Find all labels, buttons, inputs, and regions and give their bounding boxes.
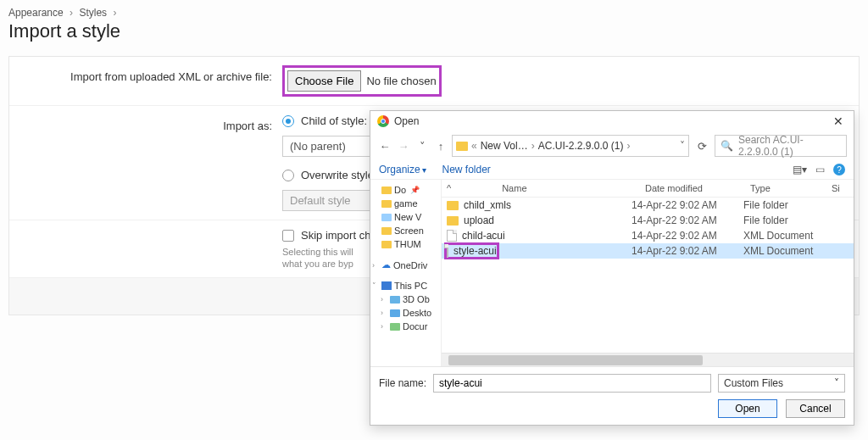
file-type-select[interactable]: Custom Files˅ bbox=[718, 374, 845, 393]
overwrite-style-select: Default style bbox=[282, 190, 384, 211]
file-item[interactable]: upload14-Apr-22 9:02 AMFile folder bbox=[442, 213, 854, 228]
file-name: child_xmls bbox=[464, 199, 511, 211]
chevron-down-icon[interactable]: ˅ bbox=[680, 140, 685, 152]
nav-back-icon[interactable]: ← bbox=[377, 140, 392, 153]
tree-node[interactable]: 3D Ob bbox=[403, 294, 430, 304]
file-name: style-acui bbox=[453, 245, 497, 257]
option-child-label: Child of style: bbox=[301, 114, 367, 127]
file-open-dialog: Open ✕ ← → ˅ ↑ « New Vol… › AC.UI-2.2.9.… bbox=[370, 110, 854, 426]
tree-node[interactable]: game bbox=[394, 198, 418, 209]
col-type[interactable]: Type bbox=[750, 183, 832, 193]
col-size[interactable]: Si bbox=[832, 183, 849, 193]
path-seg-1[interactable]: New Vol… bbox=[481, 140, 528, 152]
file-type: File folder bbox=[743, 214, 825, 226]
upload-label: Import from uploaded XML or archive file… bbox=[19, 65, 282, 83]
tree-node[interactable]: OneDriv bbox=[393, 260, 427, 270]
tree-node[interactable]: New V bbox=[394, 212, 421, 222]
tree-node[interactable]: Do bbox=[394, 185, 406, 195]
chevron-right-icon: › bbox=[70, 7, 73, 19]
col-date[interactable]: Date modified bbox=[645, 183, 750, 193]
search-icon: 🔍 bbox=[721, 140, 733, 152]
search-placeholder: Search AC.UI-2.2.9.0.0 (1) bbox=[738, 134, 841, 158]
tree-node[interactable]: Docur bbox=[403, 321, 427, 331]
column-headers[interactable]: ^Name Date modified Type Si bbox=[442, 180, 854, 198]
breadcrumb: Appearance › Styles › bbox=[8, 7, 860, 19]
filename-input[interactable] bbox=[433, 374, 711, 393]
import-as-label: Import as: bbox=[19, 114, 282, 132]
file-item[interactable]: child_xmls14-Apr-22 9:02 AMFile folder bbox=[442, 198, 854, 213]
folder-icon bbox=[456, 142, 468, 151]
refresh-icon[interactable]: ⟳ bbox=[693, 140, 711, 153]
radio-icon bbox=[282, 115, 294, 127]
file-type: XML Document bbox=[743, 230, 825, 242]
checkbox-icon bbox=[282, 230, 294, 242]
page-title: Import a style bbox=[8, 20, 860, 42]
file-name: upload bbox=[464, 214, 494, 226]
pc-icon bbox=[381, 281, 392, 290]
file-name: child-acui bbox=[462, 230, 505, 242]
file-date: 14-Apr-22 9:02 AM bbox=[632, 245, 737, 257]
file-item[interactable]: child-acui14-Apr-22 9:02 AMXML Document bbox=[442, 228, 854, 243]
close-button[interactable]: ✕ bbox=[830, 114, 847, 128]
nav-up-icon[interactable]: ↑ bbox=[433, 140, 448, 153]
tree-node[interactable]: Deskto bbox=[403, 308, 431, 318]
col-name[interactable]: ^Name bbox=[447, 183, 645, 193]
folder-icon bbox=[447, 216, 459, 226]
folder-icon bbox=[447, 201, 459, 210]
file-date: 14-Apr-22 9:02 AM bbox=[632, 230, 737, 242]
preview-pane-icon[interactable]: ▭ bbox=[815, 164, 825, 175]
nav-forward-icon: → bbox=[396, 140, 411, 153]
horizontal-scrollbar[interactable] bbox=[442, 353, 854, 366]
view-options-icon[interactable]: ▤▾ bbox=[793, 164, 807, 175]
file-date: 14-Apr-22 9:02 AM bbox=[632, 214, 737, 226]
folder-tree[interactable]: Do📌 game New V Screen THUM ›☁OneDriv ˅Th… bbox=[370, 180, 442, 366]
file-type: File folder bbox=[743, 199, 825, 211]
path-seg-2[interactable]: AC.UI-2.2.9.0.0 (1) bbox=[538, 140, 624, 152]
open-button[interactable]: Open bbox=[718, 399, 777, 418]
new-folder-button[interactable]: New folder bbox=[442, 164, 490, 175]
chevron-right-icon: › bbox=[113, 7, 116, 19]
cancel-button[interactable]: Cancel bbox=[786, 399, 845, 418]
file-icon bbox=[447, 230, 457, 242]
path-bar[interactable]: « New Vol… › AC.UI-2.2.9.0.0 (1) › ˅ bbox=[452, 135, 689, 157]
file-date: 14-Apr-22 9:02 AM bbox=[632, 199, 737, 211]
parent-style-select[interactable]: (No parent) bbox=[282, 136, 384, 157]
chrome-icon bbox=[377, 115, 389, 127]
tree-node[interactable]: This PC bbox=[394, 281, 427, 291]
radio-icon bbox=[282, 170, 294, 181]
file-icon bbox=[447, 244, 448, 258]
file-input-highlight: Choose File No file chosen bbox=[282, 65, 442, 97]
option-overwrite-label: Overwrite style bbox=[301, 169, 374, 181]
help-icon[interactable]: ? bbox=[833, 164, 845, 175]
cloud-icon: ☁ bbox=[381, 259, 391, 270]
nav-recent-icon[interactable]: ˅ bbox=[415, 140, 430, 153]
organize-menu[interactable]: Organize bbox=[379, 164, 426, 175]
tree-node[interactable]: THUM bbox=[394, 239, 421, 249]
file-status: No file chosen bbox=[366, 75, 436, 87]
breadcrumb-section[interactable]: Styles bbox=[79, 7, 107, 19]
dialog-title: Open bbox=[394, 115, 419, 127]
skip-checks-label: Skip import che bbox=[301, 229, 377, 242]
choose-file-button[interactable]: Choose File bbox=[287, 70, 361, 92]
file-item[interactable]: style-acui14-Apr-22 9:02 AMXML Document bbox=[442, 243, 854, 259]
chevron-down-icon: ˅ bbox=[834, 377, 839, 389]
filename-label: File name: bbox=[379, 377, 426, 389]
tree-node[interactable]: Screen bbox=[394, 226, 424, 236]
breadcrumb-root[interactable]: Appearance bbox=[8, 7, 64, 19]
selection-highlight: style-acui bbox=[444, 242, 499, 259]
search-input[interactable]: 🔍 Search AC.UI-2.2.9.0.0 (1) bbox=[715, 135, 847, 157]
file-type: XML Document bbox=[743, 245, 825, 257]
